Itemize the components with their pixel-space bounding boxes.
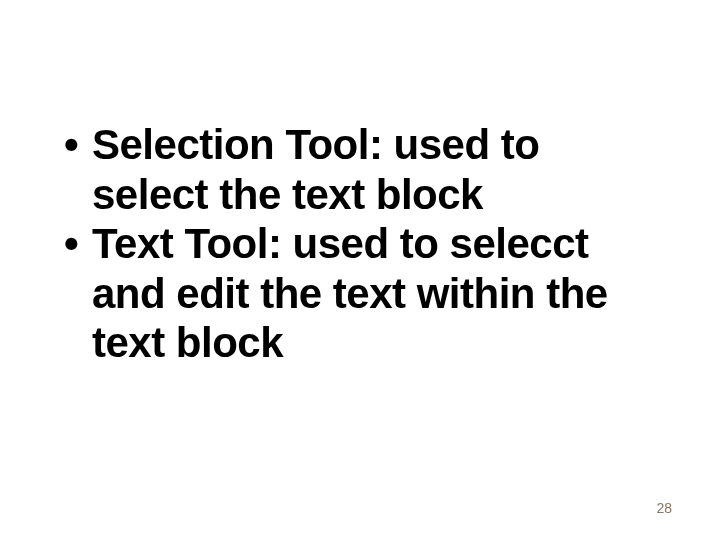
bullet-text: Text Tool: used to selecct and edit the …: [92, 219, 656, 368]
slide: • Selection Tool: used to select the tex…: [0, 0, 720, 540]
bullet-text: Selection Tool: used to select the text …: [92, 120, 656, 219]
bullet-icon: •: [64, 219, 92, 269]
list-item: • Text Tool: used to selecct and edit th…: [64, 219, 656, 368]
bullet-list: • Selection Tool: used to select the tex…: [64, 120, 656, 368]
page-number: 28: [656, 500, 672, 516]
bullet-icon: •: [64, 120, 92, 170]
list-item: • Selection Tool: used to select the tex…: [64, 120, 656, 219]
